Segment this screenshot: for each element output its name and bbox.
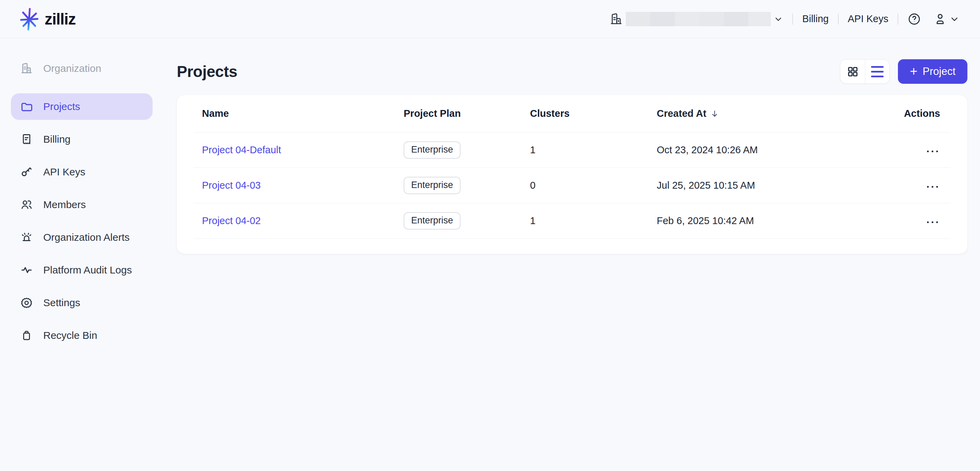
- org-name-redacted: [626, 12, 771, 26]
- page-title: Projects: [177, 62, 237, 81]
- list-icon: [871, 66, 884, 77]
- column-header-name: Name: [194, 108, 404, 119]
- sort-desc-arrow-icon: [710, 109, 719, 118]
- table-header-row: Name Project Plan Clusters Created At Ac…: [194, 95, 950, 132]
- sidebar-item-label: Platform Audit Logs: [43, 264, 132, 276]
- projects-table-card: Name Project Plan Clusters Created At Ac…: [177, 95, 967, 254]
- sidebar-item-organization-alerts[interactable]: Organization Alerts: [11, 224, 153, 251]
- user-menu[interactable]: [933, 12, 959, 26]
- row-actions-button[interactable]: [925, 182, 940, 192]
- table-row: Project 04-02 Enterprise 1 Feb 6, 2025 1…: [194, 203, 950, 239]
- project-link[interactable]: Project 04-Default: [202, 145, 281, 155]
- sidebar-item-label: Settings: [43, 297, 80, 309]
- sidebar-item-members[interactable]: Members: [11, 191, 153, 218]
- sidebar-item-api-keys[interactable]: API Keys: [11, 159, 153, 185]
- sidebar-item-recycle-bin[interactable]: Recycle Bin: [11, 322, 153, 349]
- sidebar-item-billing[interactable]: Billing: [11, 126, 153, 153]
- sidebar: Organization Projects Billing: [0, 38, 164, 471]
- row-actions-button[interactable]: [925, 217, 940, 227]
- trash-icon: [20, 329, 33, 342]
- projects-table: Name Project Plan Clusters Created At Ac…: [194, 95, 950, 239]
- created-at: Oct 23, 2024 10:26 AM: [657, 145, 835, 156]
- grid-icon: [847, 66, 859, 78]
- sidebar-item-organization: Organization: [11, 55, 153, 82]
- api-keys-link[interactable]: API Keys: [848, 13, 888, 24]
- grid-view-button[interactable]: [840, 60, 865, 83]
- divider: [838, 14, 838, 24]
- row-actions-button[interactable]: [925, 146, 940, 156]
- divider: [897, 14, 898, 24]
- chevron-down-icon: [773, 14, 783, 24]
- column-header-project-plan: Project Plan: [404, 108, 530, 119]
- building-icon: [609, 12, 623, 26]
- column-header-actions: Actions: [835, 108, 950, 119]
- plan-badge: Enterprise: [404, 212, 461, 229]
- users-icon: [20, 198, 33, 211]
- sidebar-item-platform-audit-logs[interactable]: Platform Audit Logs: [11, 257, 153, 283]
- topbar: zilliz Billing A: [0, 0, 980, 38]
- sidebar-item-label: API Keys: [43, 166, 85, 178]
- building-icon: [20, 62, 33, 75]
- sidebar-item-label: Billing: [43, 134, 70, 145]
- clusters-count: 0: [530, 180, 657, 191]
- divider: [792, 14, 793, 24]
- plan-badge: Enterprise: [404, 141, 461, 159]
- new-project-button[interactable]: + Project: [898, 59, 967, 84]
- activity-icon: [20, 264, 33, 277]
- list-view-button[interactable]: [865, 60, 890, 83]
- help-circle-icon[interactable]: [907, 12, 921, 26]
- user-icon: [933, 12, 947, 26]
- column-header-clusters: Clusters: [530, 108, 657, 119]
- folder-icon: [20, 100, 33, 113]
- siren-icon: [20, 231, 33, 244]
- plus-icon: +: [910, 65, 917, 78]
- sidebar-item-label: Projects: [43, 101, 80, 112]
- billing-link[interactable]: Billing: [802, 13, 829, 24]
- project-link[interactable]: Project 04-03: [202, 180, 261, 191]
- created-at: Feb 6, 2025 10:42 AM: [657, 215, 835, 226]
- zilliz-logo: zilliz: [19, 8, 76, 31]
- brand-name: zilliz: [45, 10, 76, 28]
- sidebar-item-label: Members: [43, 199, 86, 210]
- column-header-created-at[interactable]: Created At: [657, 108, 835, 119]
- org-switcher[interactable]: [609, 12, 783, 26]
- chevron-down-icon: [949, 14, 959, 24]
- sidebar-item-label: Recycle Bin: [43, 330, 97, 341]
- plan-badge: Enterprise: [404, 177, 461, 194]
- sidebar-item-projects[interactable]: Projects: [11, 93, 153, 120]
- sidebar-item-label: Organization Alerts: [43, 232, 129, 243]
- project-link[interactable]: Project 04-02: [202, 215, 261, 226]
- receipt-icon: [20, 133, 33, 146]
- gear-icon: [20, 296, 33, 309]
- view-toggle: [840, 59, 890, 84]
- clusters-count: 1: [530, 215, 657, 226]
- created-at: Jul 25, 2025 10:15 AM: [657, 180, 835, 191]
- sidebar-item-label: Organization: [43, 63, 101, 74]
- main-content: Projects: [164, 38, 980, 471]
- table-row: Project 04-03 Enterprise 0 Jul 25, 2025 …: [194, 168, 950, 203]
- table-row: Project 04-Default Enterprise 1 Oct 23, …: [194, 132, 950, 168]
- zilliz-star-icon: [19, 8, 40, 31]
- key-icon: [20, 165, 33, 178]
- sidebar-item-settings[interactable]: Settings: [11, 290, 153, 316]
- clusters-count: 1: [530, 145, 657, 156]
